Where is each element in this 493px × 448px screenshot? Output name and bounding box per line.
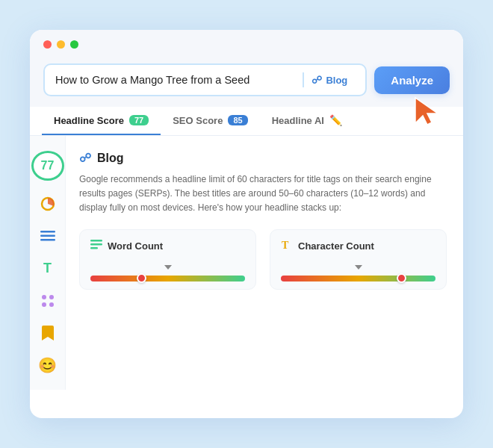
- pie-chart-icon[interactable]: [37, 194, 58, 213]
- svg-point-7: [42, 302, 46, 307]
- main-content: ☍ Blog Google recommends a headline limi…: [66, 136, 463, 390]
- word-count-label: Word Count: [108, 240, 163, 252]
- search-bar: How to Grow a Mango Tree from a Seed ☍ B…: [43, 63, 367, 96]
- analyze-button[interactable]: Analyze: [374, 66, 450, 94]
- pencil-icon: ✏️: [329, 114, 342, 126]
- tab-seo-score[interactable]: SEO Score 85: [161, 108, 259, 135]
- svg-point-6: [49, 295, 54, 299]
- svg-rect-3: [40, 235, 55, 237]
- dot-red[interactable]: [43, 40, 52, 49]
- tab-headline-ai[interactable]: Headline AI ✏️: [260, 107, 354, 135]
- metrics-row: Word Count T: [79, 229, 447, 290]
- svg-rect-11: [90, 247, 98, 249]
- title-bar: [30, 30, 463, 56]
- content-area: 77 T: [30, 136, 463, 390]
- tab-headline-ai-label: Headline AI: [272, 115, 324, 126]
- svg-point-8: [49, 302, 54, 307]
- list-icon[interactable]: [37, 227, 58, 246]
- character-count-card: T Character Count: [270, 229, 447, 290]
- blog-badge-label: Blog: [326, 75, 347, 86]
- content-title: ☍ Blog: [79, 151, 447, 165]
- dot-yellow[interactable]: [57, 40, 65, 49]
- content-description: Google recommends a headline limit of 60…: [79, 172, 447, 216]
- score-value: 77: [41, 159, 55, 172]
- cursor-arrow-icon: [412, 95, 441, 128]
- blog-content-icon: ☍: [79, 151, 91, 165]
- word-count-chevron[interactable]: [90, 259, 245, 273]
- tabs-row: Headline Score 77 SEO Score 85 Headline …: [30, 107, 463, 136]
- dot-green[interactable]: [70, 40, 78, 49]
- character-count-header: T Character Count: [281, 239, 435, 253]
- tab-headline-score-label: Headline Score: [54, 115, 124, 126]
- svg-text:T: T: [282, 240, 289, 251]
- search-input-value: How to Grow a Mango Tree from a Seed: [55, 74, 295, 86]
- blog-icon: ☍: [311, 74, 322, 86]
- svg-rect-10: [90, 243, 102, 246]
- svg-rect-4: [40, 239, 55, 241]
- svg-marker-0: [415, 98, 438, 125]
- emoji-icon[interactable]: 😊: [37, 356, 58, 375]
- svg-point-5: [42, 295, 46, 299]
- character-count-chevron[interactable]: [281, 259, 435, 273]
- sidebar-icons: 77 T: [30, 136, 66, 390]
- character-count-label: Character Count: [298, 240, 374, 252]
- character-count-icon: T: [281, 239, 293, 253]
- tab-headline-score[interactable]: Headline Score 77: [42, 108, 161, 135]
- tab-seo-score-label: SEO Score: [173, 115, 223, 126]
- word-count-bar: [90, 276, 245, 281]
- score-circle: 77: [31, 151, 64, 181]
- toolbar: How to Grow a Mango Tree from a Seed ☍ B…: [30, 56, 463, 107]
- character-count-indicator: [397, 273, 406, 283]
- character-count-bar: [281, 276, 435, 281]
- text-format-icon[interactable]: T: [37, 259, 58, 278]
- browser-window: How to Grow a Mango Tree from a Seed ☍ B…: [30, 30, 463, 418]
- content-title-text: Blog: [97, 152, 124, 165]
- word-count-indicator: [137, 273, 146, 283]
- svg-rect-9: [90, 240, 102, 242]
- word-count-card: Word Count: [79, 229, 256, 290]
- blog-badge: ☍ Blog: [303, 72, 355, 87]
- tab-seo-score-badge: 85: [228, 115, 247, 125]
- puzzle-icon[interactable]: [37, 291, 58, 310]
- bookmark-icon[interactable]: [37, 323, 58, 342]
- tab-headline-score-badge: 77: [129, 115, 149, 125]
- word-count-header: Word Count: [90, 239, 245, 253]
- svg-rect-2: [40, 231, 55, 233]
- word-count-icon: [90, 239, 102, 253]
